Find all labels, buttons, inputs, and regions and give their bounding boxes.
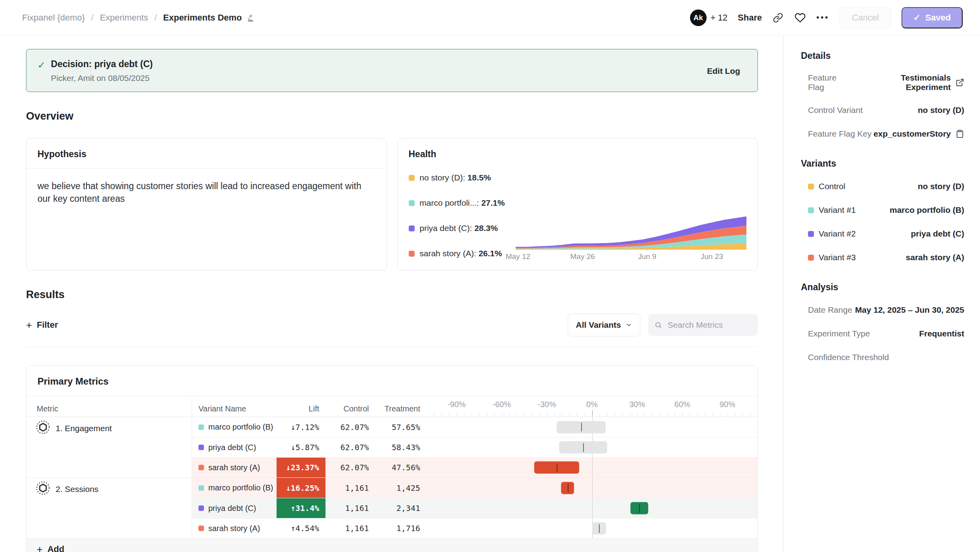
axis-minor-tick [539, 413, 540, 417]
search-metrics-input[interactable] [667, 320, 752, 330]
axis-minor-tick [456, 413, 457, 417]
variant-value: sarah story (A) [906, 253, 964, 262]
chevron-down-icon [626, 322, 632, 328]
saved-button[interactable]: ✓ Saved [901, 7, 963, 28]
col-control: Control [325, 396, 375, 417]
axis-minor-tick [720, 413, 720, 417]
variant-swatch [198, 526, 204, 531]
favorite-heart-icon[interactable] [794, 12, 806, 24]
breadcrumb-separator: / [154, 13, 157, 23]
breadcrumb-experiments[interactable]: Experiments [100, 13, 148, 23]
overview-heading: Overview [26, 110, 758, 122]
axis-minor-tick [682, 413, 683, 417]
axis-minor-tick [554, 413, 555, 417]
lift-point-marker [581, 423, 582, 432]
legend-swatch [409, 225, 415, 231]
variant-name: marco portfolio (B) [208, 422, 273, 432]
variant-name-cell: sarah story (A) [192, 457, 277, 477]
variant-label: Variant #1 [808, 205, 856, 215]
confidence-interval-cell [426, 478, 757, 498]
avatar[interactable]: Ak [690, 9, 707, 26]
add-metric-button[interactable]: + Add [26, 539, 757, 552]
breadcrumb-project[interactable]: Fixpanel {demo} [22, 13, 85, 23]
svg-text:May 12: May 12 [506, 252, 530, 261]
control-value: 62.07% [325, 457, 375, 477]
cancel-button[interactable]: Cancel [840, 7, 891, 28]
variant-row: Variant #1marco portfolio (B) [808, 205, 964, 216]
details-heading: Details [801, 51, 964, 61]
clipboard-icon[interactable] [956, 130, 964, 138]
detail-label: Control Variant [808, 105, 863, 115]
axis-minor-tick [509, 413, 510, 417]
variant-color-swatch [808, 231, 814, 237]
variant-name: marco portfolio (B) [208, 483, 273, 492]
variant-label: Variant #3 [808, 253, 856, 262]
variant-name: sarah story (A) [208, 524, 260, 533]
variant-color-swatch [808, 207, 814, 213]
treatment-value: 2,341 [375, 498, 426, 518]
axis-minor-tick [667, 413, 668, 417]
control-value: 62.07% [325, 437, 375, 457]
metric-cell: 2. Sessions [26, 478, 192, 538]
experiment-page: Fixpanel {demo} / Experiments / Experime… [0, 0, 980, 552]
axis-tick-label: 90% [720, 400, 735, 409]
external-link-icon[interactable] [956, 78, 964, 87]
variant-value: marco portfolio (B) [890, 205, 964, 215]
edit-log-button[interactable]: Edit Log [707, 66, 746, 76]
lift-point-marker [568, 484, 569, 492]
lift-cell: ↑4.54% [277, 518, 325, 538]
axis-minor-tick [728, 413, 728, 417]
decision-subtitle: Picker, Amit on 08/05/2025 [51, 73, 153, 83]
health-legend-item: sarah story (A): 26.1% [409, 249, 516, 258]
breadcrumb-current: Experiments Demo [163, 13, 255, 23]
axis-minor-tick [705, 413, 705, 417]
collaborator-count[interactable]: + 12 [711, 13, 728, 23]
microscope-icon [246, 13, 255, 23]
copy-link-icon[interactable] [772, 12, 784, 24]
axis-tick-label: -30% [538, 400, 556, 409]
confidence-interval-cell [426, 437, 757, 457]
axis-minor-tick [637, 413, 638, 417]
analysis-value: May 12, 2025 – Jun 30, 2025 [855, 305, 964, 315]
axis-minor-tick [600, 413, 600, 417]
detail-row: Control Variantno story (D) [808, 105, 964, 116]
axis-minor-tick [615, 413, 615, 417]
axis-minor-tick [449, 413, 449, 417]
legend-swatch [409, 200, 415, 206]
more-menu-button[interactable]: ••• [816, 13, 829, 22]
all-variants-dropdown[interactable]: All Variants [568, 314, 640, 336]
control-value: 62.07% [325, 417, 375, 437]
svg-text:Jun 23: Jun 23 [701, 252, 723, 261]
health-card: Health no story (D): 18.5%marco portfoli… [397, 138, 758, 270]
variant-name: priya debt (C) [208, 443, 256, 452]
confidence-interval-bar [534, 462, 579, 474]
axis-minor-tick [742, 413, 743, 417]
variant-swatch [198, 505, 204, 511]
metric-name: 1. Engagement [56, 424, 112, 433]
add-filter-button[interactable]: + Filter [26, 320, 58, 330]
metrics-table-body: 1. Engagementmarco portfolio (B)↓7.12%62… [26, 417, 757, 539]
svg-text:Jun 9: Jun 9 [638, 252, 656, 261]
metrics-table-header: Metric Variant Name Lift Control Treatme… [26, 396, 757, 417]
treatment-value: 1,425 [375, 478, 426, 498]
hypothesis-body: we believe that showing customer stories… [26, 169, 384, 216]
health-title: Health [409, 149, 747, 160]
analysis-row: Experiment TypeFrequentist [808, 328, 964, 339]
treatment-value: 1,716 [375, 518, 426, 538]
decision-check-icon: ✓ [37, 60, 45, 71]
lift-chip: ↑31.4% [277, 498, 325, 518]
detail-value: no story (D) [918, 105, 964, 115]
lift-cell: ↓5.87% [277, 437, 325, 457]
axis-minor-tick [562, 413, 562, 417]
variant-value: no story (D) [918, 182, 964, 191]
axis-zero-tick [592, 410, 593, 417]
variant-name: sarah story (A) [208, 463, 260, 472]
share-button[interactable]: Share [738, 13, 762, 23]
axis-tick-label: 30% [629, 400, 645, 409]
control-value: 1,161 [325, 478, 375, 498]
search-metrics-box [648, 314, 758, 336]
variant-swatch [198, 465, 204, 470]
svg-text:May 26: May 26 [570, 252, 595, 261]
col-variant-name: Variant Name [192, 396, 277, 417]
search-icon [655, 321, 662, 329]
